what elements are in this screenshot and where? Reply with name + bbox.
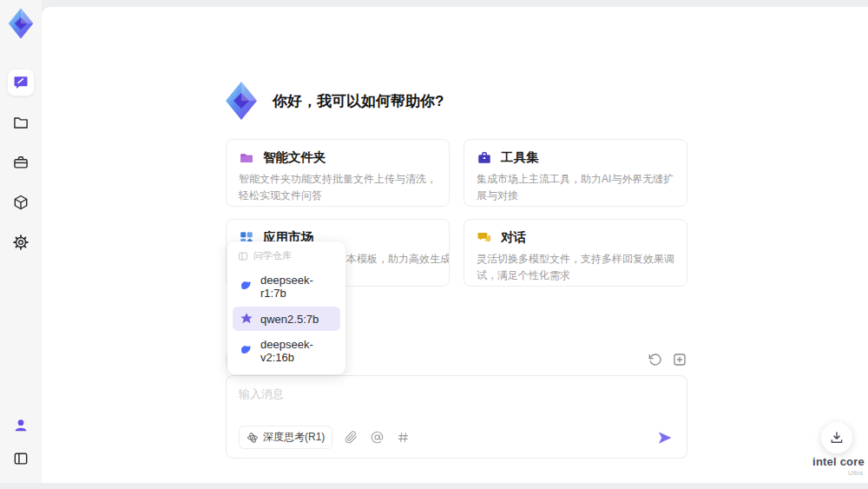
user-icon [12,417,30,434]
card-dialog[interactable]: 对话 灵活切换多模型文件，支持多样回复效果调试，满足个性化需求 [464,219,687,287]
model-dropdown: 问学仓库 deepseek-r1:7b qwen2.5:7b deepseek-… [227,241,345,374]
gem-logo-icon [220,80,262,122]
grid-icon [397,431,410,444]
sidebar-item-settings[interactable] [8,229,34,255]
panel-icon [12,450,30,467]
send-button[interactable] [655,428,674,447]
model-dropdown-header-label: 问学仓库 [253,249,292,262]
main-panel: 你好，我可以如何帮助你? 智能文件夹 智能文件夹功能支持批量文件上传与清洗，轻松… [42,7,868,483]
model-option-label: deepseek-v2:16b [260,338,333,364]
deep-think-toggle[interactable]: 深度思考(R1) [239,426,332,449]
intel-logo-text: intel core [809,455,868,468]
sidebar-nav [8,69,34,255]
download-fab-button[interactable] [821,422,852,453]
sidebar-item-toolbox[interactable] [8,149,34,175]
toolset-icon [477,150,492,166]
card-desc: 智能文件夹功能支持批量文件上传与清洗，轻松实现文件问答 [239,171,437,203]
download-icon [829,430,845,446]
card-title: 智能文件夹 [263,149,326,166]
smart-folder-icon [239,150,254,166]
composer-toolbar: 深度思考(R1) [239,426,674,449]
card-head: 工具集 [477,149,674,166]
sidebar-item-models[interactable] [8,189,34,215]
deepseek-icon [240,280,253,294]
deep-think-label: 深度思考(R1) [263,430,325,445]
model-dropdown-header: 问学仓库 [233,247,340,267]
model-option-label: qwen2.5:7b [260,313,319,326]
folder-icon [12,114,30,131]
settings-icon [12,234,30,251]
deepseek-icon [240,344,253,358]
gem-logo-icon [4,7,37,40]
library-icon [238,251,248,261]
sidebar-item-collapse-panel[interactable] [9,446,33,471]
card-title: 工具集 [501,149,539,166]
dialog-icon [477,230,492,246]
toolbox-icon [12,154,30,171]
attach-button[interactable] [344,430,358,445]
model-option-deepseek-r1[interactable]: deepseek-r1:7b [233,268,340,305]
greeting-title: 你好，我可以如何帮助你? [273,91,444,111]
app-window: 你好，我可以如何帮助你? 智能文件夹 智能文件夹功能支持批量文件上传与清洗，轻松… [0,0,868,489]
model-option-label: deepseek-r1:7b [260,274,333,300]
card-desc: 集成市场上主流工具，助力AI与外界无缝扩展与对接 [477,171,674,203]
history-icon [648,353,662,367]
composer-placeholder: 输入消息 [239,387,284,402]
greeting-header: 你好，我可以如何帮助你? [220,80,444,122]
app-logo [4,7,37,40]
toolbar-icons [648,352,687,367]
model-option-qwen[interactable]: qwen2.5:7b [233,307,340,331]
qwen-icon [240,312,253,326]
intel-core-badge: intel core Ultra [809,455,868,477]
card-smart-folder[interactable]: 智能文件夹 智能文件夹功能支持批量文件上传与清洗，轻松实现文件问答 [226,139,450,207]
message-composer[interactable]: 输入消息 深度思考(R1) [226,375,687,459]
chat-icon [12,74,30,91]
mention-button[interactable] [370,430,385,445]
card-head: 对话 [477,229,674,246]
intel-logo-sub: Ultra [809,469,868,477]
history-button[interactable] [648,352,663,367]
atom-icon [247,432,259,444]
sidebar-bottom [9,413,33,471]
send-icon [656,429,674,446]
card-desc: 灵活切换多模型文件，支持多样回复效果调试，满足个性化需求 [477,251,674,283]
sidebar [0,0,42,483]
new-chat-icon [673,353,687,367]
sidebar-item-chat[interactable] [8,69,34,96]
card-title: 对话 [501,229,526,246]
model-option-deepseek-v2[interactable]: deepseek-v2:16b [233,333,340,369]
sidebar-item-account[interactable] [9,413,33,438]
card-head: 智能文件夹 [239,149,437,166]
at-icon [371,431,384,444]
new-chat-button[interactable] [672,352,687,367]
sidebar-item-folders[interactable] [8,109,34,135]
attachment-icon [345,431,358,444]
prompt-grid-button[interactable] [396,430,411,445]
cube-icon [12,194,30,211]
card-toolset[interactable]: 工具集 集成市场上主流工具，助力AI与外界无缝扩展与对接 [464,139,687,207]
